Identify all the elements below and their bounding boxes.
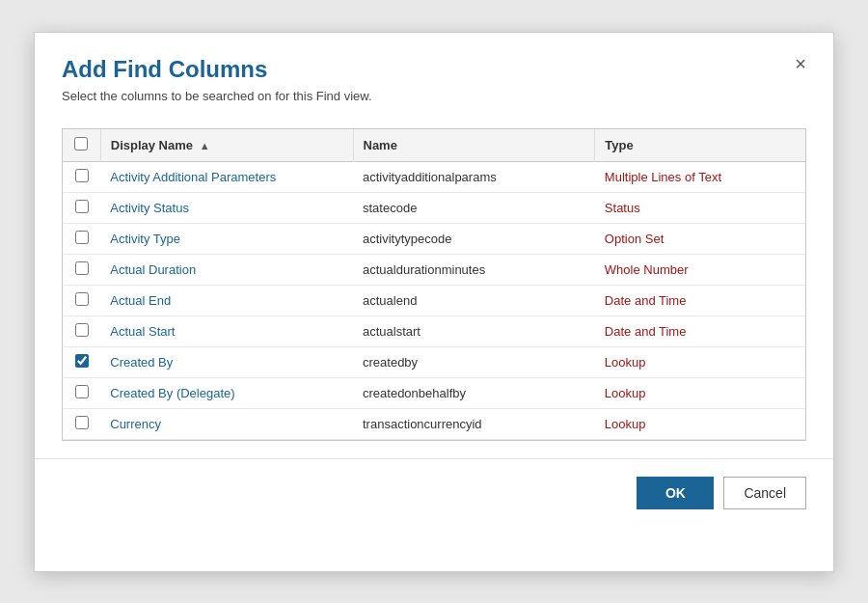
row-type: Date and Time [595,285,805,315]
table-row: Activity Additional Parametersactivityad… [63,161,805,192]
header-checkbox-cell [63,129,100,162]
table-row: Actual EndactualendDate and Time [63,285,805,315]
row-name: activitytypecode [353,223,595,254]
header-name[interactable]: Name [353,129,595,162]
row-name: activityadditionalparams [353,161,595,192]
table-wrapper[interactable]: Display Name ▲ Name Type Activity Additi… [63,129,805,440]
row-name: createdonbehalfby [353,377,595,408]
row-checkbox-cell [63,408,100,439]
row-checkbox[interactable] [75,231,89,244]
row-name: createdby [353,346,595,377]
table-row: Actual DurationactualdurationminutesWhol… [63,254,805,285]
row-checkbox-cell [63,377,100,408]
row-display-name: Currency [100,408,353,439]
row-type: Whole Number [595,254,805,285]
row-display-name: Actual End [100,285,353,315]
table-row: Actual StartactualstartDate and Time [63,315,805,346]
row-type: Option Set [595,223,805,254]
header-type[interactable]: Type [595,129,805,162]
dialog-subtitle: Select the columns to be searched on for… [62,89,806,103]
columns-table: Display Name ▲ Name Type Activity Additi… [63,129,805,440]
add-find-columns-dialog: Add Find Columns Select the columns to b… [34,32,834,572]
table-body: Activity Additional Parametersactivityad… [63,161,805,439]
row-type: Status [595,192,805,223]
row-name: transactioncurrencyid [353,408,595,439]
ok-button[interactable]: OK [637,477,714,509]
table-header-row: Display Name ▲ Name Type [63,129,805,162]
table-row: Activity StatusstatecodeStatus [63,192,805,223]
row-checkbox-cell [63,285,100,315]
row-display-name: Created By (Delegate) [100,377,353,408]
dialog-footer: OK Cancel [35,458,833,527]
sort-arrow-icon: ▲ [200,140,210,151]
row-checkbox[interactable] [75,200,89,213]
row-name: actualend [353,285,595,315]
row-checkbox-cell [63,254,100,285]
row-display-name: Activity Type [100,223,353,254]
row-type: Lookup [595,346,805,377]
row-type: Lookup [595,408,805,439]
row-type: Lookup [595,377,805,408]
row-type: Multiple Lines of Text [595,161,805,192]
row-display-name: Activity Additional Parameters [100,161,353,192]
row-checkbox[interactable] [75,169,89,182]
row-checkbox-cell [63,192,100,223]
row-display-name: Actual Duration [100,254,353,285]
dialog-header: Add Find Columns Select the columns to b… [35,33,833,111]
select-all-checkbox[interactable] [74,137,88,151]
dialog-title: Add Find Columns [62,56,806,83]
row-checkbox[interactable] [75,385,89,398]
row-checkbox[interactable] [75,323,89,337]
row-display-name: Actual Start [100,315,353,346]
close-button[interactable]: × [787,50,814,77]
row-checkbox[interactable] [75,292,89,306]
row-checkbox[interactable] [75,354,89,368]
row-checkbox[interactable] [75,416,89,429]
row-checkbox-cell [63,161,100,192]
row-display-name: Created By [100,346,353,377]
row-checkbox-cell [63,346,100,377]
columns-table-container: Display Name ▲ Name Type Activity Additi… [62,128,806,441]
row-type: Date and Time [595,315,805,346]
table-row: Created BycreatedbyLookup [63,346,805,377]
row-checkbox-cell [63,223,100,254]
table-row: Created By (Delegate)createdonbehalfbyLo… [63,377,805,408]
table-row: CurrencytransactioncurrencyidLookup [63,408,805,439]
table-row: Activity TypeactivitytypecodeOption Set [63,223,805,254]
row-name: actualstart [353,315,595,346]
row-name: statecode [353,192,595,223]
row-checkbox-cell [63,315,100,346]
header-display-name[interactable]: Display Name ▲ [100,129,353,162]
cancel-button[interactable]: Cancel [723,477,806,509]
row-name: actualdurationminutes [353,254,595,285]
row-display-name: Activity Status [100,192,353,223]
row-checkbox[interactable] [75,261,89,275]
